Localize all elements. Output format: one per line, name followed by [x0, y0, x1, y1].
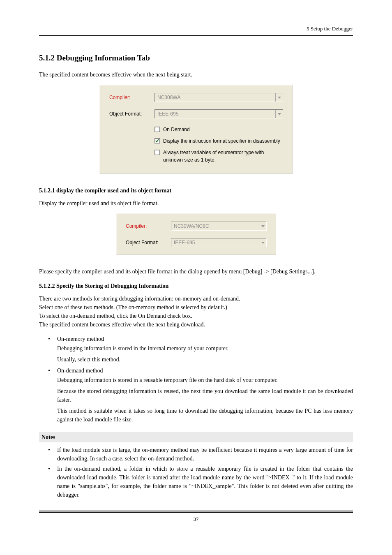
- on-memory-title: On-memory method: [57, 336, 104, 342]
- objfmt-select-input-2[interactable]: [171, 238, 259, 247]
- list-item: In the on-demand method, a folder in whi…: [48, 465, 353, 499]
- on-demand-checkbox[interactable]: [154, 127, 160, 132]
- list-item: On-memory method Debugging information i…: [48, 335, 353, 364]
- objfmt-select-2[interactable]: [171, 238, 267, 247]
- compiler-label-2: Compiler:: [126, 222, 171, 230]
- objfmt-select-input[interactable]: [155, 110, 275, 118]
- compiler-row-2: Compiler:: [126, 222, 267, 231]
- section-title-5-1-2: 5.1.2 Debugging Information Tab: [39, 52, 353, 64]
- p-51222-4: The specified content becomes effective …: [39, 320, 353, 329]
- on-demand-row: On Demand: [154, 126, 283, 133]
- chevron-down-icon: [261, 225, 265, 227]
- compiler-select[interactable]: [154, 93, 283, 102]
- compiler-select-input[interactable]: [155, 93, 275, 102]
- section-title-5-1-2-1: 5.1.2.1 display the compiler used and it…: [39, 186, 353, 195]
- on-demand-desc-2: Because the stored debugging information…: [57, 387, 353, 404]
- page-number: 37: [39, 515, 353, 523]
- display-spec-row: Display the instruction format specifier…: [154, 137, 283, 145]
- display-spec-checkbox[interactable]: [154, 138, 160, 143]
- compiler-select-input-2[interactable]: [171, 222, 259, 230]
- compiler-row: Compiler:: [109, 93, 283, 102]
- compiler-label: Compiler:: [109, 94, 154, 101]
- para-debug-settings: Please specify the compiler used and its…: [39, 267, 353, 276]
- settings-panel-1: Compiler: Object Format: On Demand Displ…: [99, 85, 293, 174]
- note-1: If the load module size is large, the on…: [57, 447, 353, 462]
- on-demand-desc-1: Debugging information is stored in a reu…: [57, 376, 353, 384]
- chevron-down-icon: [261, 242, 265, 244]
- header-section-label: 5 Setup the Debugger: [39, 25, 353, 33]
- on-memory-desc-2: Usually, select this method.: [57, 355, 353, 364]
- objfmt-label: Object Format:: [109, 110, 154, 118]
- compiler-select-button-2[interactable]: [259, 222, 266, 230]
- on-demand-title: On-demand method: [57, 368, 103, 374]
- on-demand-desc-3: This method is suitable when it takes so…: [57, 407, 353, 424]
- section-5-1-2-1-intro: Display the compiler used and its object…: [39, 199, 353, 208]
- enum-size-row: Always treat variables of enumerator typ…: [154, 149, 283, 164]
- checkbox-group: On Demand Display the instruction format…: [154, 126, 283, 164]
- footer-rule-thick: [39, 511, 353, 511]
- settings-panel-2: Compiler: Object Format:: [116, 213, 276, 255]
- notes-list: If the load module size is large, the on…: [48, 446, 353, 499]
- chevron-down-icon: [278, 113, 281, 115]
- p-51222-1: There are two methods for storing debugg…: [39, 294, 353, 303]
- methods-list: On-memory method Debugging information i…: [48, 335, 353, 424]
- chevron-down-icon: [278, 97, 281, 99]
- list-item: If the load module size is large, the on…: [48, 446, 353, 463]
- compiler-select-2[interactable]: [171, 222, 267, 231]
- enum-size-label: Always treat variables of enumerator typ…: [163, 149, 283, 164]
- section-intro: The specified content becomes effective …: [39, 70, 353, 79]
- compiler-select-button[interactable]: [275, 93, 283, 102]
- on-memory-desc-1: Debugging information is stored in the i…: [57, 344, 353, 353]
- objfmt-label-2: Object Format:: [126, 239, 171, 246]
- objfmt-select-button-2[interactable]: [259, 238, 266, 247]
- objfmt-row-2: Object Format:: [126, 238, 267, 247]
- objfmt-select[interactable]: [154, 109, 283, 118]
- header-rule: [39, 35, 353, 36]
- footer-rule-thin: [39, 512, 353, 513]
- objfmt-row: Object Format:: [109, 109, 283, 118]
- note-2: In the on-demand method, a folder in whi…: [57, 466, 353, 498]
- p-51222-3: To select the on-demand method, click th…: [39, 312, 353, 320]
- notes-heading: Notes: [39, 432, 353, 442]
- enum-size-checkbox[interactable]: [154, 150, 160, 155]
- section-title-5-1-2-2: 5.1.2.2 Specify the Storing of Debugging…: [39, 282, 353, 290]
- on-demand-label: On Demand: [163, 126, 283, 133]
- p-51222-2: Select one of these two methods. (The on…: [39, 303, 353, 312]
- objfmt-select-button[interactable]: [275, 110, 283, 118]
- display-spec-label: Display the instruction format specifier…: [163, 137, 283, 145]
- list-item: On-demand method Debugging information i…: [48, 366, 353, 424]
